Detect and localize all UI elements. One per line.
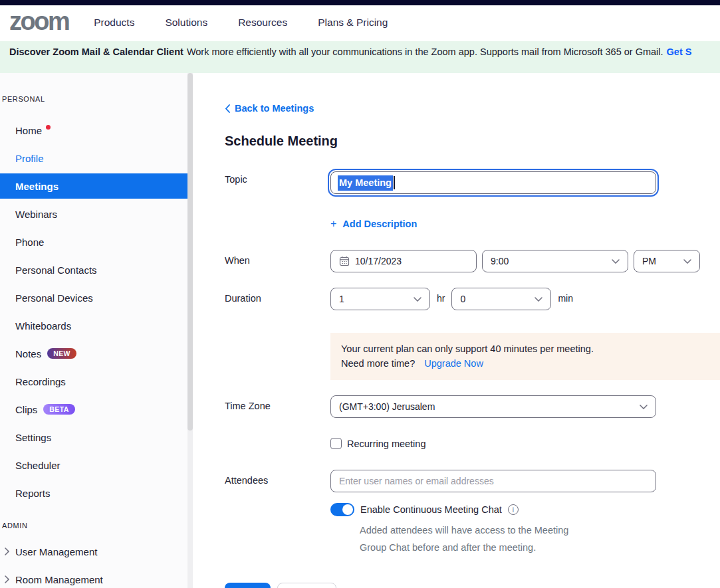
sidebar-section-personal: PERSONAL xyxy=(0,95,193,103)
ampm-select[interactable]: PM xyxy=(634,250,700,272)
zoom-web-portal: zoom ProductsSolutionsResourcesPlans & P… xyxy=(0,0,720,588)
nav-solutions[interactable]: Solutions xyxy=(165,17,207,29)
hr-unit-label: hr xyxy=(437,293,445,310)
sidebar-item-label: Settings xyxy=(15,432,51,443)
sidebar-item-phone[interactable]: Phone xyxy=(0,228,193,256)
save-button[interactable]: Save xyxy=(225,583,271,588)
upgrade-now-link[interactable]: Upgrade Now xyxy=(424,357,483,371)
plan-warning-line2: Need more time? xyxy=(341,357,415,371)
ampm-value: PM xyxy=(642,256,656,266)
timezone-select[interactable]: (GMT+3:00) Jerusalem xyxy=(330,395,656,418)
attendees-label: Attendees xyxy=(225,470,330,492)
min-unit-label: min xyxy=(558,293,573,310)
sidebar-scrollbar-track[interactable] xyxy=(187,73,193,588)
sidebar-item-label: Home xyxy=(15,125,42,136)
continuous-chat-row: Enable Continuous Meeting Chat i xyxy=(330,503,720,516)
add-description-link[interactable]: + Add Description xyxy=(330,218,417,230)
sidebar-item-label: Clips xyxy=(15,404,37,415)
sidebar-item-label: Recordings xyxy=(15,376,66,387)
sidebar-item-webinars[interactable]: Webinars xyxy=(0,200,193,228)
nav-products[interactable]: Products xyxy=(94,17,134,29)
notification-dot xyxy=(46,125,51,130)
form-actions: Save Cancel xyxy=(225,583,720,588)
promo-banner: Discover Zoom Mail & Calendar Client Wor… xyxy=(0,41,720,73)
main-content: Back to Meetings Schedule Meeting Topic … xyxy=(193,73,720,588)
sidebar-item-clips[interactable]: ClipsBETA xyxy=(0,395,193,423)
chevron-down-icon xyxy=(535,297,542,302)
sidebar-item-label: Personal Contacts xyxy=(15,264,97,276)
sidebar-item-label: Profile xyxy=(15,153,44,164)
time-select[interactable]: 9:00 xyxy=(482,250,628,272)
cancel-button[interactable]: Cancel xyxy=(277,583,336,588)
duration-hr-value: 1 xyxy=(339,294,344,304)
sidebar-item-label: Notes xyxy=(15,348,41,359)
sidebar-item-label: Personal Devices xyxy=(15,292,93,304)
nav-resources[interactable]: Resources xyxy=(238,17,287,29)
duration-label: Duration xyxy=(225,288,330,310)
time-value: 9:00 xyxy=(491,256,509,266)
attendees-input[interactable] xyxy=(330,470,656,492)
banner-get-started-link[interactable]: Get S xyxy=(667,47,692,73)
chevron-down-icon xyxy=(640,405,648,409)
plan-warning-line1: Your current plan can only support 40 mi… xyxy=(341,342,709,356)
sidebar-item-home[interactable]: Home xyxy=(0,116,193,144)
nav-plans-pricing[interactable]: Plans & Pricing xyxy=(318,17,388,29)
sidebar-item-label: Reports xyxy=(15,488,51,499)
promo-strip-top xyxy=(0,0,720,5)
sidebar-item-notes[interactable]: NotesNEW xyxy=(0,340,193,367)
toggle-knob xyxy=(342,504,353,515)
continuous-chat-toggle[interactable] xyxy=(330,503,354,516)
recurring-label: Recurring meeting xyxy=(347,439,425,449)
back-to-meetings-link[interactable]: Back to Meetings xyxy=(225,103,314,114)
sidebar-item-personal-devices[interactable]: Personal Devices xyxy=(0,284,193,312)
duration-min-value: 0 xyxy=(460,294,465,304)
recurring-checkbox[interactable] xyxy=(330,438,342,449)
continuous-chat-description: Added attendees will have access to the … xyxy=(360,522,594,556)
topic-input[interactable]: My Meeting xyxy=(328,169,659,197)
date-input[interactable]: 10/17/2023 xyxy=(330,250,477,272)
sidebar-item-scheduler[interactable]: Scheduler xyxy=(0,451,193,479)
chevron-right-icon xyxy=(4,575,10,584)
sidebar-item-reports[interactable]: Reports xyxy=(0,479,193,507)
sidebar-item-profile[interactable]: Profile xyxy=(0,144,193,172)
sidebar-item-room-management[interactable]: Room Management xyxy=(0,565,193,588)
chevron-down-icon xyxy=(683,259,691,264)
sidebar-scrollbar-thumb[interactable] xyxy=(187,73,193,431)
zoom-logo[interactable]: zoom xyxy=(9,9,68,38)
duration-min-select[interactable]: 0 xyxy=(451,288,551,310)
sidebar-item-label: Room Management xyxy=(15,574,103,585)
sidebar-item-label: Meetings xyxy=(15,181,59,192)
info-icon[interactable]: i xyxy=(508,504,519,515)
when-label: When xyxy=(225,250,330,272)
timezone-value: (GMT+3:00) Jerusalem xyxy=(339,401,435,412)
page-title: Schedule Meeting xyxy=(225,134,720,149)
sidebar-item-user-management[interactable]: User Management xyxy=(0,538,193,565)
timezone-label: Time Zone xyxy=(225,395,330,418)
sidebar-item-meetings[interactable]: Meetings xyxy=(0,173,193,199)
chevron-left-icon xyxy=(225,104,230,113)
sidebar-item-recordings[interactable]: Recordings xyxy=(0,367,193,395)
sidebar-item-settings[interactable]: Settings xyxy=(0,423,193,451)
topic-label: Topic xyxy=(225,169,330,197)
sidebar-item-whiteboards[interactable]: Whiteboards xyxy=(0,312,193,340)
recurring-meeting-option[interactable]: Recurring meeting xyxy=(330,438,425,449)
plus-icon: + xyxy=(330,218,336,230)
banner-bold-text: Discover Zoom Mail & Calendar Client xyxy=(9,47,183,73)
duration-hr-select[interactable]: 1 xyxy=(330,288,430,310)
sidebar-item-personal-contacts[interactable]: Personal Contacts xyxy=(0,256,193,284)
plan-limit-warning: Your current plan can only support 40 mi… xyxy=(330,333,720,380)
new-badge: NEW xyxy=(47,348,76,359)
top-nav: ProductsSolutionsResourcesPlans & Pricin… xyxy=(94,17,388,30)
chevron-down-icon xyxy=(612,259,620,264)
sidebar-item-label: Phone xyxy=(15,237,44,248)
text-caret xyxy=(394,176,395,189)
banner-text: Work more efficiently with all your comm… xyxy=(187,47,663,73)
calendar-icon xyxy=(339,256,350,266)
sidebar-item-label: Scheduler xyxy=(15,460,60,471)
header: zoom ProductsSolutionsResourcesPlans & P… xyxy=(0,5,720,41)
sidebar-item-label: Webinars xyxy=(15,209,57,220)
schedule-meeting-form: Topic My Meeting + Add Description Wh xyxy=(225,169,720,588)
chevron-right-icon xyxy=(4,547,10,556)
topic-selected-text: My Meeting xyxy=(338,175,393,191)
sidebar-item-label: User Management xyxy=(15,546,97,557)
